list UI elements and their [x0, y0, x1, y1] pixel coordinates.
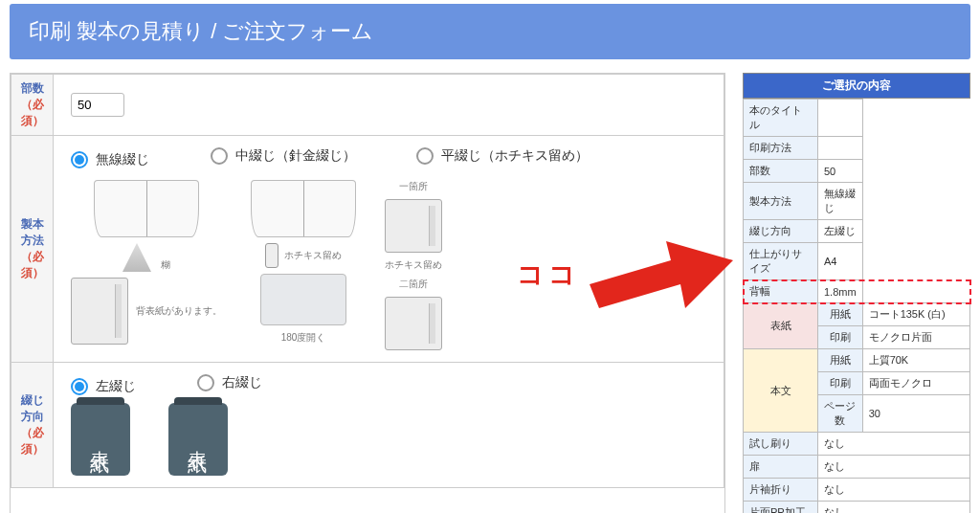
- book-spread-icon: [260, 274, 346, 325]
- radio-icon: [211, 147, 228, 165]
- summary-row: 仕上がりサイズA4: [744, 243, 970, 280]
- direction-option-0[interactable]: 左綴じ: [71, 378, 136, 395]
- summary-row: 扉なし: [744, 456, 970, 479]
- radio-icon: [416, 147, 434, 165]
- binding-option-1[interactable]: 中綴じ（針金綴じ）: [211, 147, 356, 165]
- book-closed-icon: [71, 278, 128, 345]
- radio-icon: [71, 151, 88, 168]
- radio-icon: [197, 374, 214, 391]
- binding-illustrations: 糊 背表紙があります。 ホチキス留め: [71, 180, 706, 350]
- summary-panel: ご選択の内容 本のタイトル 印刷方法 部数50 製本方法無線綴じ 綴じ方向左綴じ…: [743, 73, 970, 513]
- binding-option-2[interactable]: 平綴じ（ホチキス留め）: [416, 147, 589, 165]
- summary-row: 試し刷りなし: [744, 433, 970, 456]
- book-right-bind-icon: 表紙: [168, 403, 228, 476]
- section-label-binding: 製本方法 （必須）: [11, 136, 54, 363]
- book-left-bind-icon: 表紙: [71, 403, 130, 476]
- direction-option-1[interactable]: 右綴じ: [197, 374, 262, 391]
- binding-option-0[interactable]: 無線綴じ: [71, 151, 149, 168]
- summary-row: 綴じ方向左綴じ: [744, 220, 970, 243]
- glue-icon: [122, 243, 151, 272]
- book-open-icon: [251, 180, 356, 237]
- book-closed-icon: [385, 297, 442, 350]
- summary-row: 片袖折りなし: [744, 479, 970, 502]
- book-open-icon: [94, 180, 199, 237]
- quantity-input[interactable]: [71, 93, 124, 117]
- radio-icon: [71, 378, 88, 395]
- page-title: 印刷 製本の見積り / ご注文フォーム: [10, 4, 970, 59]
- summary-row: 部数50: [744, 160, 970, 183]
- summary-row: 表紙 用紙 コート135K (白): [744, 303, 970, 326]
- summary-row: 印刷方法: [744, 137, 970, 160]
- summary-row: 製本方法無線綴じ: [744, 183, 970, 220]
- order-form: 部数 （必須） 製本方法 （必須） 無線綴じ: [10, 73, 725, 513]
- summary-row: 片面PP加工なし: [744, 502, 970, 514]
- summary-row-spine: 背幅 1.8mm: [744, 280, 970, 303]
- summary-row: 本のタイトル: [744, 100, 970, 137]
- summary-title: ご選択の内容: [743, 73, 970, 99]
- section-label-direction: 綴じ方向 （必須）: [11, 363, 54, 488]
- section-label-quantity: 部数 （必須）: [11, 75, 54, 136]
- book-closed-icon: [385, 199, 442, 253]
- summary-row: 本文 用紙 上質70K: [744, 349, 970, 372]
- staple-icon: [265, 243, 278, 268]
